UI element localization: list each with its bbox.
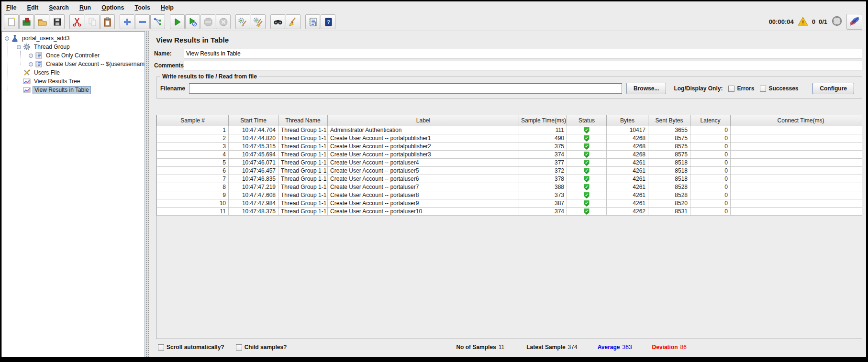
- result-cell: 0: [690, 207, 731, 215]
- table-row[interactable]: 510:47:46.071Thread Group 1-1Create User…: [157, 158, 863, 166]
- menu-search[interactable]: Search: [49, 4, 69, 11]
- expand-handle-icon[interactable]: [29, 62, 33, 66]
- menu-edit[interactable]: Edit: [27, 4, 39, 11]
- tree-item-thread-group[interactable]: Thread Group: [2, 43, 145, 51]
- result-cell: 0: [731, 158, 863, 166]
- name-input[interactable]: [184, 49, 862, 58]
- result-cell: 4261: [607, 183, 648, 191]
- column-header[interactable]: Latency: [690, 115, 731, 126]
- result-cell: 8528: [648, 191, 690, 199]
- tree-item-label[interactable]: Once Only Controller: [45, 52, 101, 59]
- table-row[interactable]: 1110:47:48.375Thread Group 1-1Create Use…: [157, 207, 863, 215]
- filename-input[interactable]: [189, 83, 622, 94]
- cut-button[interactable]: [69, 14, 84, 29]
- tree-item-view-results-in-table[interactable]: View Results in Table: [2, 86, 145, 94]
- result-cell: 0: [690, 150, 731, 158]
- average-stat: Average363: [598, 344, 632, 351]
- tree-item-label-selected[interactable]: View Results in Table: [33, 86, 91, 94]
- clear-button[interactable]: [235, 14, 250, 29]
- toggle-button[interactable]: [150, 14, 165, 29]
- table-row[interactable]: 110:47:44.704Thread Group 1-1Administrat…: [157, 126, 863, 134]
- column-header[interactable]: Sample Time(ms): [519, 115, 567, 126]
- table-row[interactable]: 210:47:44.820Thread Group 1-1Create User…: [157, 134, 863, 142]
- result-cell: 0: [731, 199, 863, 207]
- clear-all-button[interactable]: [251, 14, 266, 29]
- expand-handle-icon[interactable]: [29, 54, 33, 58]
- paste-button[interactable]: [100, 14, 115, 29]
- templates-button[interactable]: [19, 14, 34, 29]
- table-row[interactable]: 1010:47:47.984Thread Group 1-1Create Use…: [157, 199, 863, 207]
- jmeter-logo-button[interactable]: [846, 14, 862, 30]
- new-plan-button[interactable]: [4, 14, 19, 29]
- save-button[interactable]: [50, 14, 65, 29]
- column-header[interactable]: Bytes: [607, 115, 648, 126]
- menu-options[interactable]: Options: [101, 4, 124, 11]
- result-cell: 490: [519, 134, 567, 142]
- menu-tools[interactable]: Tools: [134, 4, 150, 11]
- collapse-all-button[interactable]: [135, 14, 150, 29]
- copy-button[interactable]: [85, 14, 100, 29]
- result-cell: 0: [690, 183, 731, 191]
- tree-item-label[interactable]: Users File: [33, 69, 61, 77]
- expand-handle-icon[interactable]: [5, 36, 9, 41]
- column-header[interactable]: Sample #: [157, 115, 229, 126]
- results-scrollpane[interactable]: Sample #Start TimeThread NameLabelSample…: [156, 115, 862, 339]
- tree-item-label[interactable]: Thread Group: [33, 44, 71, 51]
- menu-help[interactable]: Help: [161, 4, 174, 11]
- configure-button[interactable]: Configure: [812, 83, 854, 94]
- expand-handle-icon[interactable]: [17, 45, 21, 49]
- column-header[interactable]: Sent Bytes: [648, 115, 690, 126]
- table-row[interactable]: 610:47:46.457Thread Group 1-1Create User…: [157, 166, 863, 175]
- column-header[interactable]: Start Time: [229, 115, 278, 126]
- result-cell: Create User Account -- portaluser8: [328, 191, 519, 199]
- tree-item-once-only-controller[interactable]: Once Only Controller: [2, 51, 145, 60]
- clear-broom-icon: [238, 17, 248, 27]
- function-helper-button[interactable]: [305, 14, 320, 29]
- child-samples-label: Child samples?: [245, 344, 287, 351]
- result-cell: 4262: [607, 207, 648, 215]
- tree-item-users-file[interactable]: Users File: [2, 68, 145, 77]
- browse-button[interactable]: Browse...: [626, 83, 666, 94]
- expand-all-button[interactable]: [120, 14, 134, 29]
- cut-scissors-icon: [72, 17, 82, 27]
- deviation-stat: Deviation86: [652, 344, 687, 351]
- comments-row: Comments:: [154, 61, 862, 70]
- child-samples-checkbox[interactable]: [236, 344, 242, 351]
- tree-item-label[interactable]: Create User Account -- ${userusername}: [45, 61, 145, 68]
- column-header[interactable]: Status: [567, 115, 607, 126]
- search-button[interactable]: [270, 14, 285, 29]
- start-button[interactable]: [170, 14, 185, 29]
- menu-file[interactable]: File: [6, 4, 17, 11]
- open-button[interactable]: [34, 14, 49, 29]
- shutdown-button[interactable]: [216, 14, 231, 29]
- stop-button[interactable]: STOP: [200, 14, 215, 29]
- tree-item-view-results-tree[interactable]: View Results Tree: [2, 77, 145, 86]
- tree-item-label[interactable]: View Results Tree: [33, 78, 82, 85]
- result-cell: 8531: [648, 207, 690, 215]
- help-button[interactable]: ?: [321, 14, 335, 29]
- toolbar-run-group: STOP: [170, 14, 231, 29]
- table-row[interactable]: 810:47:47.219Thread Group 1-1Create User…: [157, 183, 863, 191]
- successes-checkbox[interactable]: [760, 86, 766, 92]
- result-cell: 2: [157, 134, 229, 142]
- result-cell: 10:47:48.375: [229, 207, 278, 215]
- menu-run[interactable]: Run: [79, 4, 91, 11]
- errors-checkbox[interactable]: [728, 86, 734, 92]
- table-row[interactable]: 710:47:46.835Thread Group 1-1Create User…: [157, 175, 863, 183]
- scroll-automatically-checkbox[interactable]: [158, 344, 164, 351]
- tree-item-label[interactable]: portal_users_add3: [21, 35, 71, 42]
- table-row[interactable]: 410:47:45.694Thread Group 1-1Create User…: [157, 150, 863, 158]
- column-header[interactable]: Label: [328, 115, 519, 126]
- comments-input[interactable]: [184, 61, 862, 70]
- start-no-pauses-button[interactable]: [185, 14, 200, 29]
- column-header[interactable]: Connect Time(ms): [731, 115, 863, 126]
- table-row[interactable]: 310:47:45.315Thread Group 1-1Create User…: [157, 142, 863, 150]
- column-header[interactable]: Thread Name: [278, 115, 328, 126]
- table-row[interactable]: 910:47:47.608Thread Group 1-1Create User…: [157, 191, 863, 199]
- tree-item-test-plan[interactable]: portal_users_add3: [2, 34, 145, 43]
- splitter-handle[interactable]: [145, 31, 149, 357]
- svg-text:!: !: [802, 20, 804, 25]
- log-errors-warning-icon[interactable]: !: [797, 16, 809, 28]
- search-reset-button[interactable]: [286, 14, 300, 29]
- tree-item-create-user-account[interactable]: Create User Account -- ${userusername}: [2, 60, 145, 68]
